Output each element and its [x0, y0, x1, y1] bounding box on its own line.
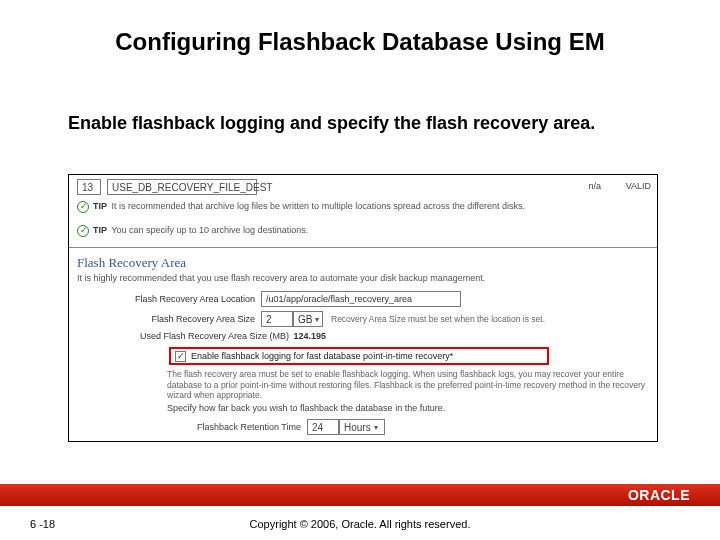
retention-unit-select[interactable]: Hours▾ — [339, 419, 385, 435]
size-row: Flash Recovery Area Size 2 GB▾ Recovery … — [77, 311, 545, 327]
divider — [69, 247, 657, 248]
oracle-logo: ORACLE — [628, 487, 690, 503]
location-row: Flash Recovery Area Location /u01/app/or… — [77, 291, 461, 307]
retention-input[interactable]: 24 — [307, 419, 339, 435]
enable-flashback-checkbox[interactable]: ✓ — [175, 351, 186, 362]
location-input[interactable]: /u01/app/oracle/flash_recovery_area — [261, 291, 461, 307]
dest-number-field[interactable]: 13 — [77, 179, 101, 195]
tip-label: TIP — [93, 225, 107, 235]
chevron-down-icon: ▾ — [315, 315, 319, 324]
dest-row: 13 USE_DB_RECOVERY_FILE_DEST — [77, 179, 257, 195]
section-heading: Flash Recovery Area — [77, 255, 186, 271]
tip-icon — [77, 225, 89, 237]
tip-text-2: You can specify up to 10 archive log des… — [111, 225, 308, 235]
enable-flashback-row: ✓ Enable flashback logging for fast data… — [169, 347, 549, 365]
copyright: Copyright © 2006, Oracle. All rights res… — [0, 518, 720, 530]
page-subtitle: Enable flashback logging and specify the… — [68, 112, 628, 135]
used-row: Used Flash Recovery Area Size (MB) 124.1… — [77, 331, 326, 341]
dest-rate: n/a — [588, 181, 601, 191]
tip-icon — [77, 201, 89, 213]
retention-label: Flashback Retention Time — [77, 422, 307, 432]
chevron-down-icon: ▾ — [374, 423, 378, 432]
em-config-panel: 13 USE_DB_RECOVERY_FILE_DEST n/a VALID T… — [68, 174, 658, 442]
size-hint: Recovery Area Size must be set when the … — [331, 314, 545, 324]
tip-label: TIP — [93, 201, 107, 211]
dest-path-field[interactable]: USE_DB_RECOVERY_FILE_DEST — [107, 179, 257, 195]
tip-row-2: TIP You can specify up to 10 archive log… — [77, 225, 633, 237]
location-label: Flash Recovery Area Location — [77, 294, 261, 304]
size-unit-select[interactable]: GB▾ — [293, 311, 323, 327]
size-unit-value: GB — [298, 314, 312, 325]
retention-unit-value: Hours — [344, 422, 371, 433]
size-label: Flash Recovery Area Size — [77, 314, 261, 324]
used-label: Used Flash Recovery Area Size (MB) — [77, 331, 291, 341]
retention-row: Flashback Retention Time 24 Hours▾ — [77, 419, 385, 435]
dest-status: VALID — [626, 181, 651, 191]
size-input[interactable]: 2 — [261, 311, 293, 327]
footer-bar — [0, 484, 720, 506]
used-value: 124.195 — [294, 331, 327, 341]
section-desc: It is highly recommended that you use fl… — [77, 273, 485, 283]
page-title: Configuring Flashback Database Using EM — [60, 28, 660, 56]
enable-flashback-label: Enable flashback logging for fast databa… — [191, 351, 453, 361]
tip-text-1: It is recommended that archive log files… — [112, 201, 526, 211]
specify-text: Specify how far back you wish to flashba… — [167, 403, 445, 413]
slide: Configuring Flashback Database Using EM … — [0, 0, 720, 540]
tip-row-1: TIP It is recommended that archive log f… — [77, 201, 633, 213]
enable-explanation: The flash recovery area must be set to e… — [167, 369, 649, 401]
